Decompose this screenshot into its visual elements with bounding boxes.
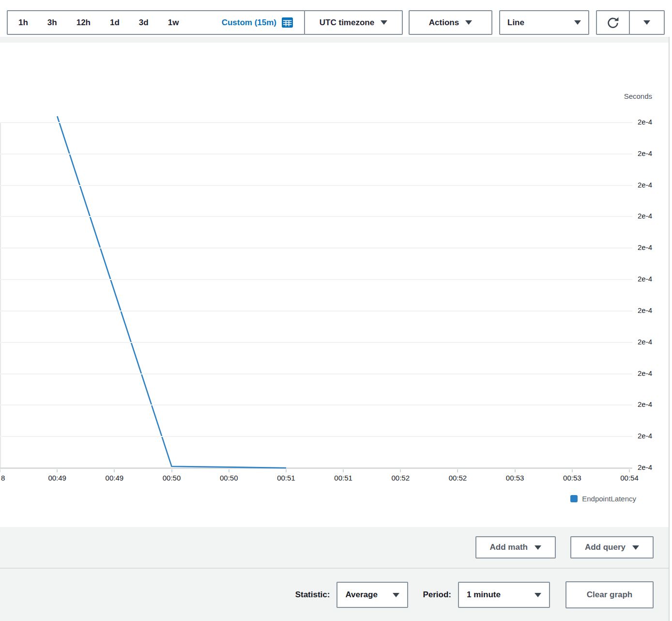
x-tick-label: 8 [1,474,5,482]
grid-line [0,342,632,343]
actions-label: Actions [429,18,459,28]
x-tick-label: 00:51 [334,474,352,482]
y-tick-label: 2e-4 [638,243,652,251]
x-tick [572,469,573,472]
y-tick-label: 2e-4 [638,118,652,126]
x-tick [229,469,229,472]
actions-dropdown[interactable]: Actions [409,10,492,35]
x-tick-label: 00:53 [506,474,524,482]
x-tick [457,469,458,472]
y-tick-label: 2e-4 [638,338,652,346]
grid-line [0,154,632,155]
y-tick-label: 2e-4 [638,181,652,189]
grid-line [0,122,632,123]
period-label: Period: [423,590,451,600]
x-tick-label: 00:51 [277,474,295,482]
legend-color-swatch [570,495,578,502]
add-math-label: Add math [490,543,528,552]
period-dropdown[interactable]: 1 minute [458,582,550,608]
x-tick [0,469,0,472]
time-range-presets: 1h3h12h1d3d1w [18,18,179,28]
x-tick-label: 00:49 [106,474,124,482]
statistic-dropdown[interactable]: Average [336,582,408,608]
y-tick-label: 2e-4 [638,400,652,408]
legend-label: EndpointLatency [582,495,636,503]
grid-line [0,185,632,186]
grid-line [0,216,632,217]
y-tick-label: 2e-4 [638,149,652,157]
endpoint-latency-line [57,116,286,468]
timezone-dropdown[interactable]: UTC timezone [304,10,403,35]
chevron-down-icon [632,545,639,550]
cloudwatch-metrics-panel: 1h3h12h1d3d1w Custom (15m) UTC timezone [0,0,672,621]
x-tick [286,469,287,472]
legend-item-endpointlatency[interactable]: EndpointLatency [570,495,636,503]
footer-divider [0,568,670,569]
plot-area[interactable]: Seconds EndpointLatency 2e-42e-42e-42e-4… [0,43,672,527]
refresh-button[interactable] [596,10,630,35]
chevron-down-icon [643,20,650,25]
x-tick-label: 00:49 [48,474,66,482]
x-tick-label: 00:54 [620,474,639,482]
time-range-12h[interactable]: 12h [76,18,91,28]
x-tick-label: 00:52 [449,474,467,482]
x-tick [343,469,344,472]
calendar-table-icon [281,16,293,29]
metric-line-chart [0,43,672,527]
time-range-3d[interactable]: 3d [139,18,149,28]
x-tick [114,469,115,472]
x-tick [171,469,172,472]
time-range-1w[interactable]: 1w [168,18,179,28]
refresh-options-dropdown[interactable] [629,10,665,35]
grid-line [0,248,632,248]
y-tick-label: 2e-4 [638,275,652,283]
y-tick-label: 2e-4 [638,432,652,440]
clear-graph-button[interactable]: Clear graph [565,581,654,608]
time-range-3h[interactable]: 3h [47,18,57,28]
y-tick-label: 2e-4 [638,212,652,220]
graphed-metrics-footer: Add math Add query Statistic: Average Pe… [0,527,672,621]
timezone-label: UTC timezone [320,18,374,28]
add-query-button[interactable]: Add query [570,536,654,559]
chevron-down-icon [535,545,541,550]
chevron-down-icon [393,593,399,597]
grid-line [0,279,632,280]
chart-type-label: Line [507,18,524,28]
chevron-down-icon [574,20,581,25]
grid-line [0,404,632,405]
chart-area: Seconds EndpointLatency 2e-42e-42e-42e-4… [0,43,672,527]
x-tick-label: 00:52 [391,474,410,482]
time-range-1h[interactable]: 1h [18,18,28,28]
time-range-1d[interactable]: 1d [110,18,120,28]
y-tick-label: 2e-4 [638,369,652,377]
add-query-label: Add query [585,543,626,552]
y-tick-label: 2e-4 [638,306,652,314]
x-tick [629,469,630,472]
x-tick [400,469,401,472]
custom-range-button[interactable]: Custom (15m) [222,16,293,29]
period-value: 1 minute [467,590,501,600]
custom-range-label: Custom (15m) [222,18,276,28]
chart-type-dropdown[interactable]: Line [499,10,589,35]
grid-line [0,310,632,311]
add-math-button[interactable]: Add math [475,536,556,559]
x-tick-label: 00:50 [163,474,181,482]
chevron-down-icon [465,20,472,25]
x-tick-label: 00:50 [220,474,238,482]
math-query-row: Add math Add query [475,536,654,559]
refresh-icon [606,16,620,30]
clear-graph-label: Clear graph [587,590,632,600]
y-tick-label: 2e-4 [638,463,652,471]
chevron-down-icon [381,20,387,25]
grid-line [0,373,632,374]
chevron-down-icon [535,593,541,597]
chart-toolbar: 1h3h12h1d3d1w Custom (15m) UTC timezone [0,0,672,37]
panel-right-border [669,37,672,621]
x-tick [515,469,516,472]
grid-line [0,436,632,437]
x-tick [57,469,58,472]
statistic-label: Statistic: [295,590,330,600]
x-tick-label: 00:53 [563,474,581,482]
time-range-control: 1h3h12h1d3d1w Custom (15m) [7,10,305,35]
statistic-value: Average [345,590,377,600]
